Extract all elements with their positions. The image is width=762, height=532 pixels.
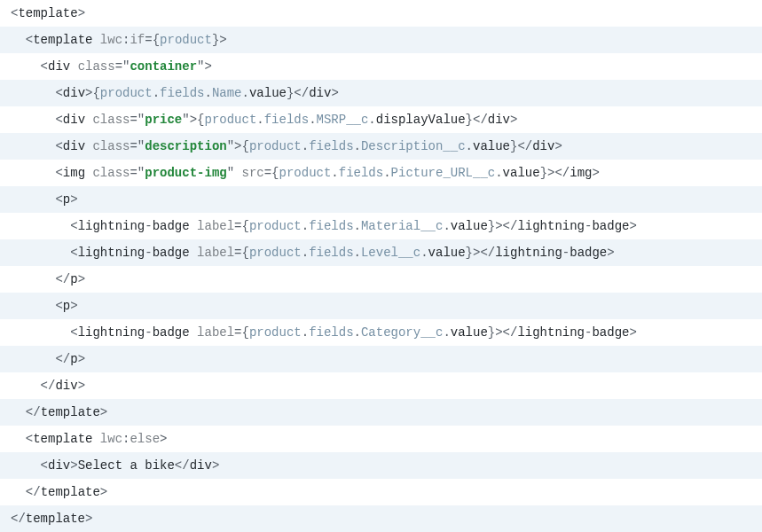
- token-tag: img: [63, 166, 93, 180]
- token-punct: <: [55, 299, 62, 313]
- token-punct: <: [55, 86, 62, 100]
- token-punct: >: [629, 325, 636, 340]
- code-line: <template lwc:else>: [0, 426, 762, 452]
- token-attrval: description: [145, 139, 226, 153]
- token-attr: class: [92, 139, 130, 153]
- token-tag: template: [41, 485, 100, 499]
- token-punct: ={: [234, 219, 249, 233]
- token-var: fields: [309, 219, 353, 233]
- token-punct: >{: [85, 86, 100, 100]
- token-punct: .: [383, 166, 390, 180]
- token-punct: >: [100, 485, 107, 499]
- token-var: product: [249, 139, 302, 153]
- token-tag: badge: [570, 246, 607, 260]
- token-black: value: [503, 166, 540, 180]
- token-punct: <: [70, 325, 77, 340]
- token-punct: <: [55, 192, 62, 207]
- code-line: <div>Select a bike</div>: [0, 452, 762, 479]
- token-punct: .: [466, 139, 473, 153]
- token-punct: .: [368, 113, 375, 127]
- token-punct: </: [55, 272, 70, 286]
- token-attrval: product-img: [145, 166, 226, 180]
- code-line: <lightning-badge label={product.fields.M…: [0, 213, 762, 239]
- token-punct: >: [554, 139, 562, 153]
- token-punct: >: [70, 458, 77, 473]
- token-var: fields: [309, 325, 353, 340]
- token-punct: <: [41, 59, 48, 74]
- token-attr: label: [197, 246, 234, 260]
- token-punct: <: [26, 432, 33, 446]
- token-attr: class: [92, 113, 130, 127]
- token-punct: >: [510, 113, 517, 127]
- token-punct: .: [256, 113, 263, 127]
- token-punct: ">{: [227, 139, 249, 153]
- token-punct: =": [130, 113, 145, 127]
- token-punct: .: [331, 166, 338, 180]
- token-punct: .: [302, 246, 309, 260]
- token-punct: .: [354, 325, 361, 340]
- token-punct: >: [212, 458, 219, 473]
- token-punct: </: [26, 405, 41, 419]
- token-punct: .: [495, 166, 502, 180]
- token-punct: >: [78, 272, 85, 286]
- token-tag: p: [63, 192, 70, 207]
- token-attr: src: [242, 166, 264, 180]
- token-punct: }></: [488, 219, 518, 233]
- token-punct: .: [302, 219, 309, 233]
- token-punct: ">{: [182, 113, 204, 127]
- token-punct: >: [592, 166, 599, 180]
- token-var: fields: [339, 166, 383, 180]
- token-attrval: container: [130, 59, 197, 74]
- token-attr: lwc: [100, 33, 122, 47]
- token-var: Level__c: [361, 246, 420, 260]
- token-var: fields: [160, 86, 204, 100]
- token-punct: ": [227, 166, 242, 180]
- code-line: </template>: [0, 505, 762, 532]
- token-tag: p: [70, 272, 77, 286]
- token-punct: <: [55, 166, 62, 180]
- token-var: Category__c: [361, 325, 443, 340]
- token-attr: else: [130, 432, 160, 446]
- token-punct: }></: [540, 166, 570, 180]
- token-var: product: [205, 113, 257, 127]
- token-punct: >: [331, 86, 338, 100]
- token-black: displayValue: [376, 113, 466, 127]
- token-black: value: [451, 325, 488, 340]
- code-line: <div>{product.fields.Name.value}</div>: [0, 80, 762, 106]
- token-tag: div: [63, 86, 85, 100]
- token-punct: .: [354, 246, 361, 260]
- token-tag: lightning: [517, 219, 585, 233]
- token-tag: badge: [153, 246, 197, 260]
- token-tag: lightning: [78, 325, 145, 340]
- token-punct: .: [153, 86, 160, 100]
- token-attrval: price: [145, 113, 182, 127]
- token-punct: <: [70, 219, 77, 233]
- token-tag: lightning: [495, 246, 562, 260]
- token-tag: badge: [592, 325, 629, 340]
- token-tag: template: [33, 33, 100, 47]
- code-line: <lightning-badge label={product.fields.C…: [0, 319, 762, 346]
- token-punct: <: [55, 113, 62, 127]
- token-punct: </: [175, 458, 190, 473]
- token-punct: <: [70, 246, 77, 260]
- token-var: product: [100, 86, 153, 100]
- token-tag: lightning: [78, 219, 145, 233]
- token-tag: div: [48, 59, 78, 74]
- token-punct: >: [160, 432, 167, 446]
- token-punct: =": [130, 166, 145, 180]
- token-tag: badge: [153, 219, 197, 233]
- token-tag: div: [63, 113, 93, 127]
- token-punct: -: [562, 246, 570, 260]
- token-var: Description__c: [361, 139, 466, 153]
- token-tag: img: [570, 166, 592, 180]
- token-punct: =": [115, 59, 130, 74]
- token-punct: }></: [488, 325, 518, 340]
- token-punct: .: [309, 113, 316, 127]
- token-punct: <: [55, 139, 62, 153]
- token-punct: ={: [234, 246, 249, 260]
- token-punct: .: [443, 219, 450, 233]
- token-punct: >: [78, 352, 85, 366]
- code-line: <p>: [0, 293, 762, 319]
- token-tag: p: [70, 352, 77, 366]
- token-black: value: [249, 86, 287, 100]
